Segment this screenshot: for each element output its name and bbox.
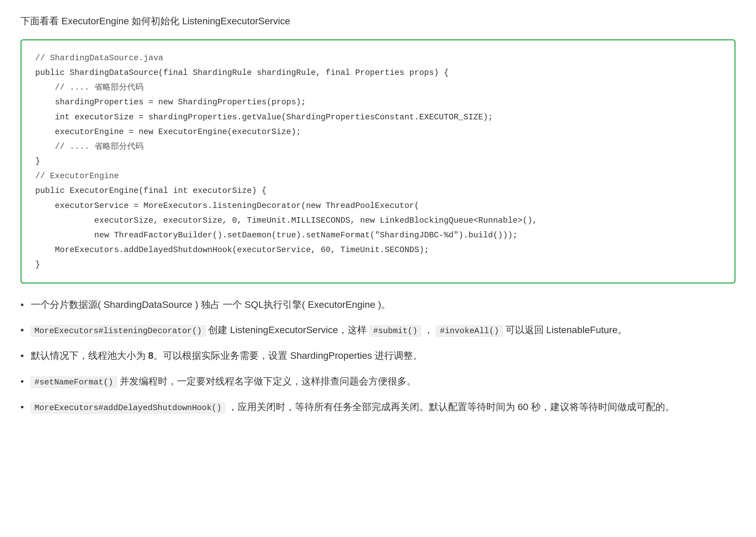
code-invoke-all: #invokeAll()	[436, 325, 503, 337]
code-line-13: new ThreadFactoryBuilder().setDaemon(tru…	[35, 228, 721, 243]
code-line-12: executorSize, executorSize, 0, TimeUnit.…	[35, 213, 721, 228]
list-item-3-content: 默认情况下，线程池大小为 8。可以根据实际业务需要，设置 ShardingPro…	[31, 348, 735, 364]
list-item-1-content: 一个分片数据源( ShardingDataSource ) 独占 一个 SQL执…	[31, 297, 735, 313]
list-item-2-content: MoreExecutors#listeningDecorator() 创建 Li…	[31, 323, 735, 338]
list-item-4: #setNameFormat() 并发编程时，一定要对线程名字做下定义，这样排查…	[21, 374, 735, 389]
code-line-2: public ShardingDataSource(final Sharding…	[35, 65, 721, 80]
code-submit: #submit()	[369, 325, 421, 337]
list-item-5-content: MoreExecutors#addDelayedShutdownHook() ，…	[31, 400, 735, 415]
code-line-3: // .... 省略部分代码	[35, 80, 721, 95]
list-item-1-text: 一个分片数据源( ShardingDataSource ) 独占 一个 SQL执…	[31, 299, 391, 310]
list-item-3-text-1: 默认情况下，线程池大小为	[31, 350, 148, 361]
intro-text: 下面看看 ExecutorEngine 如何初始化 ListeningExecu…	[21, 14, 735, 29]
code-line-15: }	[35, 257, 721, 272]
code-line-5: int executorSize = shardingProperties.ge…	[35, 110, 721, 125]
code-line-7: // .... 省略部分代码	[35, 139, 721, 154]
list-item-2-text-1: 创建 ListeningExecutorService，这样	[208, 325, 369, 335]
list-item-5: MoreExecutors#addDelayedShutdownHook() ，…	[21, 400, 735, 415]
code-listening-decorator: MoreExecutors#listeningDecorator()	[31, 325, 206, 337]
code-line-11: executorService = MoreExecutors.listenin…	[35, 198, 721, 213]
list-item-4-text: 并发编程时，一定要对线程名字做下定义，这样排查问题会方便很多。	[120, 376, 416, 387]
list-item-2: MoreExecutors#listeningDecorator() 创建 Li…	[21, 323, 735, 338]
list-item-5-text: ，应用关闭时，等待所有任务全部完成再关闭。默认配置等待时间为 60 秒，建议将等…	[228, 402, 675, 412]
code-add-delayed-shutdown-hook: MoreExecutors#addDelayedShutdownHook()	[31, 402, 225, 414]
code-line-4: shardingProperties = new ShardingPropert…	[35, 95, 721, 109]
code-line-1: // ShardingDataSource.java	[35, 51, 721, 65]
code-line-9: // ExecutorEngine	[35, 169, 721, 183]
code-line-8: }	[35, 154, 721, 169]
code-line-14: MoreExecutors.addDelayedShutdownHook(exe…	[35, 243, 721, 257]
list-item-3-text-2: 。可以根据实际业务需要，设置 ShardingProperties 进行调整。	[153, 350, 422, 361]
code-block: // ShardingDataSource.java public Shardi…	[21, 39, 735, 284]
bullet-list: 一个分片数据源( ShardingDataSource ) 独占 一个 SQL执…	[21, 297, 735, 415]
list-item-2-text-2: ，	[424, 325, 433, 335]
list-item-4-content: #setNameFormat() 并发编程时，一定要对线程名字做下定义，这样排查…	[31, 374, 735, 389]
list-item-2-text-3: 可以返回 ListenableFuture。	[505, 325, 627, 335]
list-item-1: 一个分片数据源( ShardingDataSource ) 独占 一个 SQL执…	[21, 297, 735, 313]
code-line-6: executorEngine = new ExecutorEngine(exec…	[35, 125, 721, 139]
list-item-3: 默认情况下，线程池大小为 8。可以根据实际业务需要，设置 ShardingPro…	[21, 348, 735, 364]
code-line-10: public ExecutorEngine(final int executor…	[35, 183, 721, 198]
list-item-3-bold: 8	[148, 350, 154, 361]
code-set-name-format: #setNameFormat()	[31, 377, 117, 388]
